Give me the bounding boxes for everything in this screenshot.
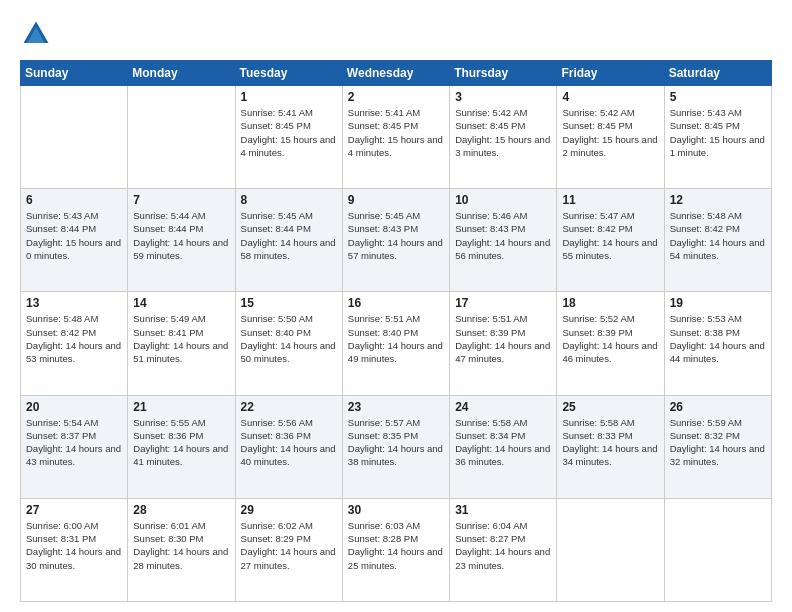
day-number: 2 bbox=[348, 90, 444, 104]
day-number: 20 bbox=[26, 400, 122, 414]
weekday-header-row: SundayMondayTuesdayWednesdayThursdayFrid… bbox=[21, 61, 772, 86]
day-number: 21 bbox=[133, 400, 229, 414]
day-number: 10 bbox=[455, 193, 551, 207]
day-number: 23 bbox=[348, 400, 444, 414]
day-info: Sunrise: 5:45 AMSunset: 8:44 PMDaylight:… bbox=[241, 209, 337, 262]
calendar-cell: 17Sunrise: 5:51 AMSunset: 8:39 PMDayligh… bbox=[450, 292, 557, 395]
day-number: 27 bbox=[26, 503, 122, 517]
day-number: 3 bbox=[455, 90, 551, 104]
day-number: 18 bbox=[562, 296, 658, 310]
day-info: Sunrise: 5:52 AMSunset: 8:39 PMDaylight:… bbox=[562, 312, 658, 365]
day-number: 4 bbox=[562, 90, 658, 104]
day-number: 5 bbox=[670, 90, 766, 104]
calendar-cell: 15Sunrise: 5:50 AMSunset: 8:40 PMDayligh… bbox=[235, 292, 342, 395]
day-info: Sunrise: 5:43 AMSunset: 8:45 PMDaylight:… bbox=[670, 106, 766, 159]
calendar-cell: 19Sunrise: 5:53 AMSunset: 8:38 PMDayligh… bbox=[664, 292, 771, 395]
day-number: 25 bbox=[562, 400, 658, 414]
day-info: Sunrise: 5:54 AMSunset: 8:37 PMDaylight:… bbox=[26, 416, 122, 469]
day-info: Sunrise: 5:48 AMSunset: 8:42 PMDaylight:… bbox=[670, 209, 766, 262]
weekday-header: Monday bbox=[128, 61, 235, 86]
day-info: Sunrise: 5:41 AMSunset: 8:45 PMDaylight:… bbox=[348, 106, 444, 159]
day-number: 30 bbox=[348, 503, 444, 517]
calendar-cell: 14Sunrise: 5:49 AMSunset: 8:41 PMDayligh… bbox=[128, 292, 235, 395]
calendar-cell: 24Sunrise: 5:58 AMSunset: 8:34 PMDayligh… bbox=[450, 395, 557, 498]
day-info: Sunrise: 5:45 AMSunset: 8:43 PMDaylight:… bbox=[348, 209, 444, 262]
calendar-cell: 4Sunrise: 5:42 AMSunset: 8:45 PMDaylight… bbox=[557, 86, 664, 189]
calendar: SundayMondayTuesdayWednesdayThursdayFrid… bbox=[20, 60, 772, 602]
calendar-cell: 31Sunrise: 6:04 AMSunset: 8:27 PMDayligh… bbox=[450, 498, 557, 601]
day-info: Sunrise: 5:41 AMSunset: 8:45 PMDaylight:… bbox=[241, 106, 337, 159]
day-number: 31 bbox=[455, 503, 551, 517]
day-number: 1 bbox=[241, 90, 337, 104]
day-number: 29 bbox=[241, 503, 337, 517]
day-number: 13 bbox=[26, 296, 122, 310]
calendar-cell: 5Sunrise: 5:43 AMSunset: 8:45 PMDaylight… bbox=[664, 86, 771, 189]
day-info: Sunrise: 5:44 AMSunset: 8:44 PMDaylight:… bbox=[133, 209, 229, 262]
calendar-cell: 3Sunrise: 5:42 AMSunset: 8:45 PMDaylight… bbox=[450, 86, 557, 189]
calendar-cell: 30Sunrise: 6:03 AMSunset: 8:28 PMDayligh… bbox=[342, 498, 449, 601]
day-info: Sunrise: 5:58 AMSunset: 8:33 PMDaylight:… bbox=[562, 416, 658, 469]
day-info: Sunrise: 5:43 AMSunset: 8:44 PMDaylight:… bbox=[26, 209, 122, 262]
day-info: Sunrise: 5:57 AMSunset: 8:35 PMDaylight:… bbox=[348, 416, 444, 469]
weekday-header: Sunday bbox=[21, 61, 128, 86]
day-info: Sunrise: 5:46 AMSunset: 8:43 PMDaylight:… bbox=[455, 209, 551, 262]
calendar-cell: 12Sunrise: 5:48 AMSunset: 8:42 PMDayligh… bbox=[664, 189, 771, 292]
day-info: Sunrise: 6:00 AMSunset: 8:31 PMDaylight:… bbox=[26, 519, 122, 572]
day-number: 11 bbox=[562, 193, 658, 207]
calendar-week-row: 1Sunrise: 5:41 AMSunset: 8:45 PMDaylight… bbox=[21, 86, 772, 189]
calendar-cell: 9Sunrise: 5:45 AMSunset: 8:43 PMDaylight… bbox=[342, 189, 449, 292]
weekday-header: Thursday bbox=[450, 61, 557, 86]
weekday-header: Friday bbox=[557, 61, 664, 86]
day-info: Sunrise: 5:42 AMSunset: 8:45 PMDaylight:… bbox=[455, 106, 551, 159]
calendar-cell: 16Sunrise: 5:51 AMSunset: 8:40 PMDayligh… bbox=[342, 292, 449, 395]
calendar-cell: 27Sunrise: 6:00 AMSunset: 8:31 PMDayligh… bbox=[21, 498, 128, 601]
calendar-week-row: 27Sunrise: 6:00 AMSunset: 8:31 PMDayligh… bbox=[21, 498, 772, 601]
calendar-cell: 29Sunrise: 6:02 AMSunset: 8:29 PMDayligh… bbox=[235, 498, 342, 601]
day-info: Sunrise: 5:58 AMSunset: 8:34 PMDaylight:… bbox=[455, 416, 551, 469]
calendar-cell: 26Sunrise: 5:59 AMSunset: 8:32 PMDayligh… bbox=[664, 395, 771, 498]
day-number: 12 bbox=[670, 193, 766, 207]
calendar-cell: 7Sunrise: 5:44 AMSunset: 8:44 PMDaylight… bbox=[128, 189, 235, 292]
calendar-cell: 20Sunrise: 5:54 AMSunset: 8:37 PMDayligh… bbox=[21, 395, 128, 498]
calendar-cell bbox=[21, 86, 128, 189]
calendar-cell: 1Sunrise: 5:41 AMSunset: 8:45 PMDaylight… bbox=[235, 86, 342, 189]
calendar-cell: 6Sunrise: 5:43 AMSunset: 8:44 PMDaylight… bbox=[21, 189, 128, 292]
day-info: Sunrise: 5:59 AMSunset: 8:32 PMDaylight:… bbox=[670, 416, 766, 469]
day-info: Sunrise: 5:47 AMSunset: 8:42 PMDaylight:… bbox=[562, 209, 658, 262]
weekday-header: Tuesday bbox=[235, 61, 342, 86]
day-number: 14 bbox=[133, 296, 229, 310]
day-number: 6 bbox=[26, 193, 122, 207]
day-number: 16 bbox=[348, 296, 444, 310]
day-info: Sunrise: 5:50 AMSunset: 8:40 PMDaylight:… bbox=[241, 312, 337, 365]
calendar-week-row: 13Sunrise: 5:48 AMSunset: 8:42 PMDayligh… bbox=[21, 292, 772, 395]
day-number: 7 bbox=[133, 193, 229, 207]
day-number: 28 bbox=[133, 503, 229, 517]
day-info: Sunrise: 6:03 AMSunset: 8:28 PMDaylight:… bbox=[348, 519, 444, 572]
calendar-cell bbox=[128, 86, 235, 189]
calendar-cell bbox=[664, 498, 771, 601]
calendar-cell bbox=[557, 498, 664, 601]
day-info: Sunrise: 5:51 AMSunset: 8:40 PMDaylight:… bbox=[348, 312, 444, 365]
header bbox=[20, 18, 772, 50]
page: SundayMondayTuesdayWednesdayThursdayFrid… bbox=[0, 0, 792, 612]
calendar-cell: 2Sunrise: 5:41 AMSunset: 8:45 PMDaylight… bbox=[342, 86, 449, 189]
calendar-cell: 11Sunrise: 5:47 AMSunset: 8:42 PMDayligh… bbox=[557, 189, 664, 292]
weekday-header: Wednesday bbox=[342, 61, 449, 86]
calendar-cell: 23Sunrise: 5:57 AMSunset: 8:35 PMDayligh… bbox=[342, 395, 449, 498]
day-number: 8 bbox=[241, 193, 337, 207]
day-number: 26 bbox=[670, 400, 766, 414]
day-number: 22 bbox=[241, 400, 337, 414]
day-info: Sunrise: 5:53 AMSunset: 8:38 PMDaylight:… bbox=[670, 312, 766, 365]
day-info: Sunrise: 6:04 AMSunset: 8:27 PMDaylight:… bbox=[455, 519, 551, 572]
calendar-cell: 21Sunrise: 5:55 AMSunset: 8:36 PMDayligh… bbox=[128, 395, 235, 498]
day-info: Sunrise: 6:01 AMSunset: 8:30 PMDaylight:… bbox=[133, 519, 229, 572]
weekday-header: Saturday bbox=[664, 61, 771, 86]
calendar-cell: 25Sunrise: 5:58 AMSunset: 8:33 PMDayligh… bbox=[557, 395, 664, 498]
calendar-week-row: 20Sunrise: 5:54 AMSunset: 8:37 PMDayligh… bbox=[21, 395, 772, 498]
calendar-cell: 8Sunrise: 5:45 AMSunset: 8:44 PMDaylight… bbox=[235, 189, 342, 292]
day-number: 15 bbox=[241, 296, 337, 310]
logo-icon bbox=[20, 18, 52, 50]
day-info: Sunrise: 5:56 AMSunset: 8:36 PMDaylight:… bbox=[241, 416, 337, 469]
calendar-cell: 18Sunrise: 5:52 AMSunset: 8:39 PMDayligh… bbox=[557, 292, 664, 395]
calendar-cell: 22Sunrise: 5:56 AMSunset: 8:36 PMDayligh… bbox=[235, 395, 342, 498]
